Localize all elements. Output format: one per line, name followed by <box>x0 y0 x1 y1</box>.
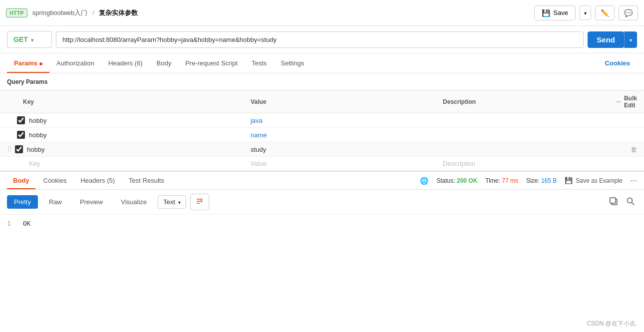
breadcrumb-separator: / <box>92 9 94 16</box>
row1-checkbox[interactable] <box>17 116 25 124</box>
save-label: Save <box>553 9 568 16</box>
copy-button[interactable] <box>607 195 620 209</box>
format-chevron-icon <box>178 198 181 206</box>
method-label: GET <box>13 35 28 43</box>
response-tabs: Body Cookies Headers (5) Test Results St… <box>0 172 644 190</box>
search-button[interactable] <box>624 195 637 209</box>
tab-response-headers[interactable]: Headers (5) <box>74 172 121 189</box>
tab-pre-request[interactable]: Pre-request Script <box>178 53 245 73</box>
send-button[interactable]: Send <box>588 31 624 48</box>
footer: CSDN @在下小吉. <box>587 320 637 328</box>
row3-value[interactable]: study <box>251 146 266 153</box>
svg-rect-4 <box>610 198 616 203</box>
delete-row3-icon[interactable]: 🗑 <box>631 146 637 153</box>
drag-handle-icon: ⠿ <box>7 145 12 153</box>
request-tabs: Params Authorization Headers (6) Body Pr… <box>0 53 644 73</box>
disk-icon <box>542 9 550 17</box>
empty-desc-placeholder[interactable]: Description <box>443 160 475 167</box>
tab-headers[interactable]: Headers (6) <box>101 53 150 73</box>
url-input[interactable] <box>56 31 584 48</box>
fmt-tab-pretty[interactable]: Pretty <box>7 195 38 209</box>
col-value: Value <box>244 91 436 113</box>
row1-value[interactable]: java <box>251 117 263 124</box>
dots-icon: ··· <box>616 98 621 105</box>
top-bar: HTTP springbootweb入门 / 复杂实体参数 Save <box>0 0 644 26</box>
col-description: Description <box>436 91 609 113</box>
row2-checkbox[interactable] <box>17 131 25 139</box>
send-dropdown-button[interactable] <box>624 31 637 48</box>
status-area: Status: 200 OK Time: 77 ms Size: 165 B S… <box>420 176 637 185</box>
copy-icon <box>609 197 618 206</box>
send-wrapper: Send <box>588 31 637 48</box>
method-chevron-icon <box>31 35 33 43</box>
fmt-tab-raw[interactable]: Raw <box>42 195 69 209</box>
table-row: hobby java <box>0 113 644 128</box>
response-text: OK <box>23 220 31 227</box>
pencil-icon <box>601 9 609 17</box>
save-example-label: Save as Example <box>576 177 622 184</box>
breadcrumb-current: 复杂实体参数 <box>99 9 138 16</box>
save-example-icon <box>565 177 573 184</box>
url-bar: GET Send <box>0 26 644 53</box>
row2-key[interactable]: hobby <box>29 131 46 139</box>
method-select[interactable]: GET <box>7 31 52 48</box>
breadcrumb-parent: springbootweb入门 <box>32 9 88 16</box>
response-content: 1 OK <box>0 215 644 232</box>
fmt-tab-preview[interactable]: Preview <box>73 195 110 209</box>
svg-line-6 <box>632 203 635 205</box>
chat-icon <box>624 9 633 17</box>
tab-test-results[interactable]: Test Results <box>123 172 170 189</box>
send-chevron-icon <box>630 36 632 43</box>
globe-icon <box>420 177 428 185</box>
send-label: Send <box>597 35 615 44</box>
col-bulk-edit: ··· Bulk Edit <box>609 91 644 113</box>
empty-row: Key Value Description <box>0 157 644 171</box>
breadcrumb: springbootweb入门 / 复杂实体参数 <box>32 8 535 17</box>
bulk-edit-label[interactable]: Bulk Edit <box>624 95 637 109</box>
format-bar: Pretty Raw Preview Visualize Text <box>0 190 644 215</box>
edit-icon-button[interactable] <box>595 5 615 20</box>
table-row: hobby name <box>0 128 644 142</box>
empty-key-placeholder[interactable]: Key <box>29 160 40 167</box>
tab-authorization[interactable]: Authorization <box>49 53 101 73</box>
params-dot <box>39 62 42 65</box>
status-code: 200 OK <box>457 177 477 184</box>
tab-body[interactable]: Body <box>150 53 179 73</box>
comment-icon-button[interactable] <box>619 5 638 20</box>
query-params-title: Query Params <box>0 73 644 90</box>
more-options-icon[interactable]: ··· <box>631 176 637 185</box>
save-button[interactable]: Save <box>534 5 576 20</box>
tab-response-cookies[interactable]: Cookies <box>37 172 73 189</box>
table-row: ⠿ hobby study 🗑 <box>0 142 644 157</box>
tab-settings[interactable]: Settings <box>274 53 311 73</box>
word-wrap-button[interactable] <box>190 194 209 210</box>
http-badge: HTTP <box>6 8 27 17</box>
row2-value[interactable]: name <box>251 131 267 139</box>
empty-value-placeholder[interactable]: Value <box>251 160 267 167</box>
status-size: 165 B <box>541 177 557 184</box>
status-label: Status: 200 OK <box>436 177 477 184</box>
row1-key[interactable]: hobby <box>29 117 46 124</box>
word-wrap-icon <box>196 197 204 205</box>
tab-cookies[interactable]: Cookies <box>598 53 637 73</box>
bottom-panel: Body Cookies Headers (5) Test Results St… <box>0 171 644 232</box>
col-key: Key <box>0 91 244 113</box>
tab-response-body[interactable]: Body <box>7 172 35 189</box>
save-dropdown-button[interactable] <box>580 5 591 20</box>
top-actions: Save <box>534 5 638 20</box>
fmt-tab-visualize[interactable]: Visualize <box>114 195 154 209</box>
search-icon <box>626 197 635 206</box>
row3-key[interactable]: hobby <box>27 146 44 153</box>
size-label: Size: 165 B <box>526 177 557 184</box>
status-time: 77 ms <box>502 177 518 184</box>
line-number: 1 <box>7 220 11 227</box>
chevron-down-icon <box>584 9 587 16</box>
tab-params[interactable]: Params <box>7 53 49 73</box>
time-label: Time: 77 ms <box>485 177 518 184</box>
row3-checkbox[interactable] <box>15 145 23 153</box>
params-table: Key Value Description ··· Bulk Edit hobb… <box>0 90 644 171</box>
format-type-select[interactable]: Text <box>158 195 186 209</box>
format-type-label: Text <box>163 198 175 206</box>
save-as-example-button[interactable]: Save as Example <box>565 177 622 184</box>
tab-tests[interactable]: Tests <box>245 53 274 73</box>
